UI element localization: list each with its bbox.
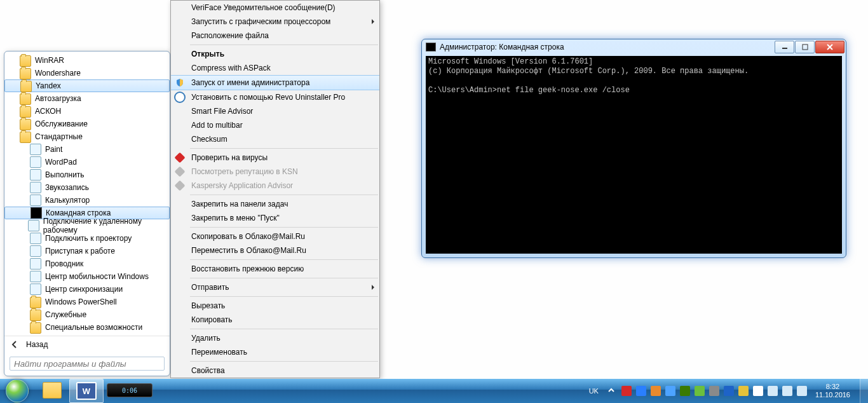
program-label: Подключить к проектору xyxy=(45,234,132,243)
menu-item-16[interactable]: Закрепить на панели задач xyxy=(171,197,379,211)
cmd-titlebar[interactable]: Администратор: Командная строка xyxy=(422,39,846,55)
app-icon xyxy=(30,169,41,181)
menu-item-0[interactable]: VeriFace Уведомительное сообщение(D) xyxy=(171,1,379,15)
program-item-5[interactable]: Обслуживание xyxy=(4,118,170,130)
menu-item-2[interactable]: Расположение файла xyxy=(171,29,379,43)
tray-nv-icon[interactable] xyxy=(680,386,690,396)
taskbar-clock[interactable]: 8:32 11.10.2016 xyxy=(813,383,854,399)
program-item-8[interactable]: WordPad xyxy=(4,156,170,168)
minimize-button[interactable] xyxy=(775,41,794,53)
menu-label: Расположение файла xyxy=(191,31,269,40)
program-item-3[interactable]: Автозагрузка xyxy=(4,92,170,105)
blank-icon xyxy=(173,333,186,343)
tray-arrow-icon[interactable] xyxy=(607,386,617,396)
blank-icon xyxy=(173,49,186,59)
menu-item-17[interactable]: Закрепить в меню "Пуск" xyxy=(171,211,379,225)
blank-icon xyxy=(173,63,186,73)
start-menu-back[interactable]: Назад xyxy=(4,336,170,353)
tray-green-icon[interactable] xyxy=(695,386,705,396)
program-label: Звукозапись xyxy=(45,183,89,192)
app-icon xyxy=(30,271,41,282)
close-button[interactable] xyxy=(815,41,844,53)
app-icon xyxy=(30,144,41,155)
program-item-10[interactable]: Звукозапись xyxy=(4,181,170,194)
tray-orange-icon[interactable] xyxy=(651,386,661,396)
menu-label: Отправить xyxy=(191,283,229,292)
minimize-icon xyxy=(782,44,788,50)
menu-label: Checksum xyxy=(191,135,227,144)
program-item-2[interactable]: Yandex xyxy=(4,79,170,92)
show-desktop-button[interactable] xyxy=(860,379,868,403)
taskbar-progress[interactable]: 0:06 xyxy=(104,379,155,402)
maximize-button[interactable] xyxy=(795,41,815,53)
explorer-icon xyxy=(43,382,62,399)
taskbar-word[interactable]: W xyxy=(69,379,104,403)
menu-item-24[interactable]: Отправить xyxy=(171,280,379,294)
program-item-16[interactable]: Проводник xyxy=(4,257,170,270)
language-indicator[interactable]: UK xyxy=(589,387,599,395)
menu-item-4[interactable]: Открыть xyxy=(171,47,379,61)
program-item-6[interactable]: Стандартные xyxy=(4,130,170,143)
tray-yellow-icon[interactable] xyxy=(738,386,749,396)
menu-item-19[interactable]: Скопировать в Облако@Mail.Ru xyxy=(171,229,379,243)
menu-label: Удалить xyxy=(191,334,220,343)
program-label: Paint xyxy=(45,145,62,154)
program-item-7[interactable]: Paint xyxy=(4,143,170,156)
kaspersky-icon xyxy=(173,181,186,191)
program-item-1[interactable]: Wondershare xyxy=(4,67,170,79)
program-item-17[interactable]: Центр мобильности Windows xyxy=(4,270,170,283)
program-label: Автозагрузка xyxy=(35,94,81,103)
menu-item-26[interactable]: Вырезать xyxy=(171,299,379,313)
tray-tv-icon[interactable] xyxy=(636,386,646,396)
program-item-13[interactable]: Подключение к удаленному рабочему xyxy=(4,219,170,232)
tray-blue2-icon[interactable] xyxy=(665,386,675,396)
folder-icon xyxy=(20,68,31,79)
program-item-19[interactable]: Windows PowerShell xyxy=(4,296,170,308)
program-item-4[interactable]: АСКОН xyxy=(4,105,170,118)
program-item-18[interactable]: Центр синхронизации xyxy=(4,283,170,296)
menu-item-30[interactable]: Переименовать xyxy=(171,345,379,359)
cmd-body[interactable]: Microsoft Windows [Version 6.1.7601] (c)… xyxy=(426,56,842,254)
tray-bt-icon[interactable] xyxy=(724,386,734,396)
tray-grey-icon[interactable] xyxy=(709,386,719,396)
menu-label: Посмотреть репутацию в KSN xyxy=(191,167,298,176)
start-button[interactable] xyxy=(0,379,34,403)
menu-item-1[interactable]: Запустить с графическим процессором xyxy=(171,15,379,29)
menu-item-32[interactable]: Свойства xyxy=(171,364,379,378)
folder-icon xyxy=(20,119,31,130)
tray-power-icon[interactable] xyxy=(797,386,807,396)
program-item-21[interactable]: Специальные возможности xyxy=(4,321,170,334)
blank-icon xyxy=(173,245,186,256)
tray-net-icon[interactable] xyxy=(768,386,778,396)
menu-item-5[interactable]: Compress with ASPack xyxy=(171,61,379,75)
blank-icon xyxy=(173,365,186,376)
submenu-arrow-icon xyxy=(372,285,374,290)
menu-label: Запуск от имени администратора xyxy=(191,78,309,87)
search-input[interactable] xyxy=(10,357,165,371)
taskbar-explorer[interactable] xyxy=(36,379,69,402)
program-list: WinRARWondershareYandexАвтозагрузкаАСКОН… xyxy=(4,51,170,336)
menu-item-10[interactable]: Checksum xyxy=(171,132,379,146)
program-item-0[interactable]: WinRAR xyxy=(4,54,170,67)
menu-item-20[interactable]: Переместить в Облако@Mail.Ru xyxy=(171,243,379,257)
program-item-20[interactable]: Служебные xyxy=(4,308,170,321)
menu-item-22[interactable]: Восстановить прежнюю версию xyxy=(171,262,379,276)
program-item-15[interactable]: Приступая к работе xyxy=(4,245,170,257)
program-label: Обслуживание xyxy=(35,120,88,128)
menu-item-27[interactable]: Копировать xyxy=(171,313,379,327)
menu-item-8[interactable]: Smart File Advisor xyxy=(171,104,379,118)
menu-separator xyxy=(190,329,378,329)
tray-red-icon[interactable] xyxy=(621,386,632,396)
menu-label: Smart File Advisor xyxy=(191,107,253,116)
program-item-11[interactable]: Калькулятор xyxy=(4,194,170,207)
program-item-9[interactable]: Выполнить xyxy=(4,168,170,181)
menu-item-6[interactable]: Запуск от имени администратора xyxy=(171,75,379,90)
tray-flag-icon[interactable] xyxy=(753,386,763,396)
menu-item-12[interactable]: Проверить на вирусы xyxy=(171,151,379,165)
progress-readout: 0:06 xyxy=(107,383,153,397)
folder-icon xyxy=(30,310,41,321)
menu-item-29[interactable]: Удалить xyxy=(171,331,379,345)
tray-vol-icon[interactable] xyxy=(782,386,792,396)
menu-item-9[interactable]: Add to multibar xyxy=(171,118,379,132)
menu-item-7[interactable]: Установить с помощью Revo Uninstaller Pr… xyxy=(171,90,379,104)
